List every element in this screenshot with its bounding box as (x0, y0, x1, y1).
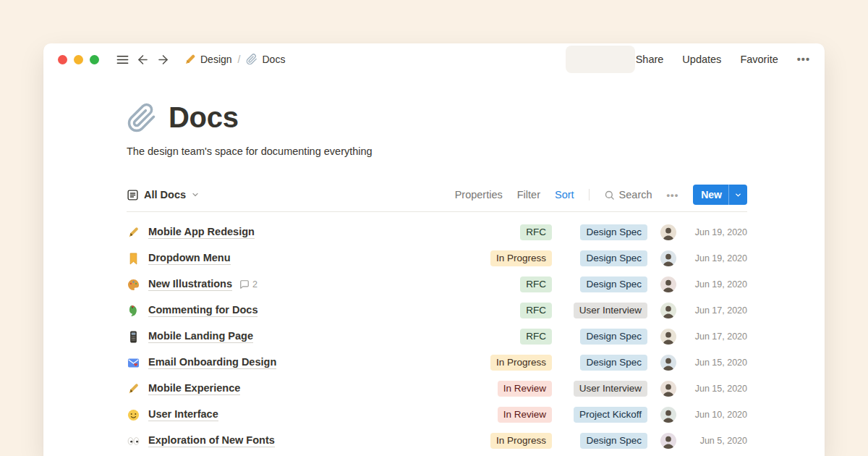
category-badge: Design Spec (580, 224, 647, 240)
view-switcher[interactable]: All Docs (127, 189, 200, 201)
doc-date: Jun 17, 2020 (686, 305, 747, 316)
page-title-row: Docs (127, 101, 747, 134)
doc-icon (127, 434, 140, 448)
avatar (660, 224, 676, 240)
search-button[interactable]: Search (604, 189, 652, 200)
forward-button[interactable] (153, 49, 173, 69)
updates-button[interactable]: Updates (682, 54, 721, 65)
doc-row[interactable]: Email Onboarding Design In Progress Desi… (127, 350, 747, 376)
doc-row[interactable]: Commenting for Docs RFC User Interview J… (127, 297, 747, 324)
more-options-button[interactable]: ••• (797, 54, 810, 65)
status-badge: In Review (498, 407, 552, 423)
toolbar-actions: Properties Filter Sort Search ••• New (455, 185, 747, 205)
category-badge: Design Spec (580, 276, 647, 292)
arrow-left-icon (136, 53, 150, 67)
search-label: Search (619, 189, 652, 200)
doc-title-link[interactable]: Exploration of New Fonts (148, 434, 275, 447)
doc-title-link[interactable]: Mobile Experience (148, 382, 240, 395)
status-badge: In Progress (490, 250, 552, 266)
favorite-button[interactable]: Favorite (740, 54, 778, 65)
view-more-button[interactable]: ••• (667, 190, 679, 200)
doc-row[interactable]: Mobile App Redesign RFC Design Spec Jun … (127, 219, 747, 245)
page-content: Docs The design team's space for documen… (43, 75, 825, 454)
paperclip-icon (127, 103, 157, 133)
doc-icon (127, 330, 140, 344)
doc-row[interactable]: User Interface In Review Project Kickoff… (127, 402, 747, 428)
doc-row[interactable]: Exploration of New Fonts In Progress Des… (127, 428, 747, 454)
category-badge: Design Spec (580, 329, 647, 345)
comment-count: 2 (239, 279, 258, 290)
doc-title-link[interactable]: User Interface (148, 408, 218, 421)
back-button[interactable] (132, 49, 153, 69)
avatar (660, 329, 676, 345)
new-button[interactable]: New (693, 185, 747, 205)
status-badge: RFC (520, 224, 552, 240)
list-view-icon (127, 189, 139, 201)
app-window: Design / Docs Share Updates Favorite •••… (43, 43, 825, 456)
filter-button[interactable]: Filter (517, 189, 540, 200)
avatar (660, 276, 676, 292)
comment-bubble-icon (239, 279, 250, 290)
doc-date: Jun 15, 2020 (686, 384, 747, 394)
toolbar-divider (589, 189, 590, 200)
page-subtitle: The design team's space for documenting … (127, 145, 747, 157)
breadcrumb-item-docs[interactable]: Docs (242, 51, 289, 67)
status-badge: RFC (520, 303, 552, 318)
doc-title-link[interactable]: Mobile App Redesign (148, 226, 255, 239)
minimize-window-button[interactable] (74, 55, 83, 64)
search-icon (604, 190, 615, 200)
breadcrumb-label: Docs (262, 54, 285, 65)
doc-date: Jun 10, 2020 (686, 410, 747, 420)
new-button-label: New (693, 185, 728, 205)
share-button[interactable]: Share (636, 54, 664, 65)
status-badge: In Review (498, 381, 552, 397)
breadcrumb-item-design[interactable]: Design (180, 51, 237, 67)
docs-table: Mobile App Redesign RFC Design Spec Jun … (127, 219, 747, 454)
close-window-button[interactable] (58, 55, 67, 64)
pencil-icon (184, 54, 196, 65)
chevron-down-icon (191, 190, 200, 199)
doc-date: Jun 19, 2020 (686, 253, 747, 263)
doc-title-link[interactable]: Mobile Landing Page (148, 330, 253, 343)
doc-row[interactable]: Mobile Experience In Review User Intervi… (127, 376, 747, 402)
doc-date: Jun 19, 2020 (686, 227, 747, 237)
doc-date: Jun 15, 2020 (686, 358, 747, 368)
category-badge: Design Spec (580, 250, 647, 266)
sort-button[interactable]: Sort (555, 189, 574, 200)
view-toolbar: All Docs Properties Filter Sort Search •… (127, 185, 747, 212)
doc-date: Jun 5, 2020 (686, 436, 747, 446)
window-topbar: Design / Docs Share Updates Favorite ••• (43, 43, 825, 75)
avatar (660, 355, 676, 371)
doc-row[interactable]: Mobile Landing Page RFC Design Spec Jun … (127, 324, 747, 350)
window-controls (58, 55, 99, 64)
doc-title-link[interactable]: Email Onboarding Design (148, 356, 276, 369)
doc-icon (127, 226, 140, 240)
doc-title-link[interactable]: Dropdown Menu (148, 252, 231, 265)
comment-count-value: 2 (252, 279, 258, 290)
status-badge: RFC (520, 276, 552, 292)
zoom-window-button[interactable] (90, 55, 99, 64)
category-badge: Design Spec (580, 355, 647, 371)
sidebar-menu-button[interactable] (112, 49, 132, 69)
hamburger-icon (116, 53, 129, 67)
status-badge: In Progress (490, 355, 552, 371)
properties-button[interactable]: Properties (455, 189, 503, 200)
breadcrumb: Design / Docs (180, 51, 289, 67)
doc-row[interactable]: Dropdown Menu In Progress Design Spec Ju… (127, 245, 747, 271)
new-dropdown-button[interactable] (729, 185, 747, 205)
paperclip-icon (246, 54, 258, 65)
doc-title-link[interactable]: New Illustrations (148, 278, 232, 291)
doc-icon (127, 278, 140, 292)
doc-row[interactable]: New Illustrations 2 RFC Design Spec Jun … (127, 271, 747, 297)
avatar (660, 407, 676, 423)
doc-title-link[interactable]: Commenting for Docs (148, 304, 258, 317)
doc-date: Jun 17, 2020 (686, 332, 747, 342)
avatar (660, 250, 676, 266)
breadcrumb-label: Design (200, 54, 232, 65)
avatar (660, 381, 676, 397)
page-title: Docs (169, 101, 239, 134)
doc-icon (127, 356, 140, 370)
blurred-region (566, 46, 635, 73)
status-badge: In Progress (490, 433, 552, 449)
category-badge: Project Kickoff (574, 407, 647, 423)
